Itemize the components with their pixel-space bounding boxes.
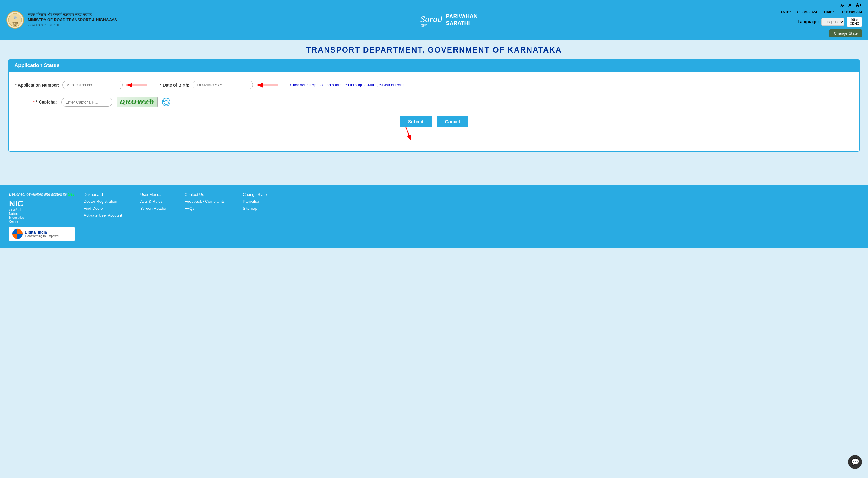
captcha-input[interactable] <box>61 98 113 107</box>
svg-text:Sarathi: Sarathi <box>421 14 443 24</box>
gov-line2: MINISTRY OF ROAD TRANSPORT & HIGHWAYS <box>28 17 117 23</box>
chat-widget[interactable]: 💬 <box>848 455 862 469</box>
dob-input-wrapper <box>193 81 278 89</box>
footer-link-feedback[interactable]: Feedback / Complaints <box>185 199 225 204</box>
footer-link-doctor-reg[interactable]: Doctor Registration <box>84 199 122 204</box>
language-row: Language: English हिंदी हिंदेकCDNC <box>798 17 862 27</box>
footer-logos: Designed, developed and hosted by G11 NI… <box>9 192 75 241</box>
footer-col-4: Change State Parivahan Sitemap <box>243 192 267 217</box>
fields-row: * Application Number: <box>15 81 853 89</box>
change-state-button[interactable]: Change State <box>829 29 862 37</box>
svg-line-14 <box>406 127 410 138</box>
time-label: TIME: <box>824 10 834 14</box>
footer: Designed, developed and hosted by G11 NI… <box>0 185 868 248</box>
submit-container: Submit <box>400 116 432 127</box>
page-title: TRANSPORT DEPARTMENT, GOVERNMENT OF KARN… <box>3 45 865 55</box>
card-title: Application Status <box>14 62 854 68</box>
gov-line1: सड़क परिवहन और राजमार्ग मंत्रालय भारत सर… <box>28 12 117 17</box>
date-label: DATE: <box>779 10 791 14</box>
language-select[interactable]: English हिंदी <box>821 18 844 26</box>
captcha-refresh-btn[interactable] <box>162 98 170 106</box>
footer-link-user-manual[interactable]: User Manual <box>140 192 166 197</box>
captcha-label: * * Captcha: <box>33 99 57 104</box>
nic-tag: G11 <box>68 192 75 197</box>
app-number-label: * Application Number: <box>15 83 59 88</box>
emitra-link[interactable]: Click here if Application submitted thro… <box>290 83 409 87</box>
font-size-controls: A- A A+ <box>840 2 862 8</box>
parivahan-label: PARIVAHAN SARATHI <box>446 13 477 27</box>
emitra-link-wrapper: Click here if Application submitted thro… <box>290 82 409 88</box>
application-status-card: Application Status * Application Number: <box>8 59 860 152</box>
footer-col-3: Contact Us Feedback / Complaints FAQs <box>185 192 225 217</box>
footer-link-parivahan[interactable]: Parivahan <box>243 199 267 204</box>
gov-line3: Government of India <box>28 23 117 28</box>
footer-link-acts-rules[interactable]: Acts & Rules <box>140 199 166 204</box>
header-left: 🏛️ सत्यमेव जयते सड़क परिवहन और राजमार्ग … <box>6 11 117 29</box>
footer-link-sitemap[interactable]: Sitemap <box>243 206 267 211</box>
footer-inner: Designed, developed and hosted by G11 NI… <box>9 192 859 241</box>
captcha-input-wrapper <box>61 98 113 107</box>
nic-text-logo: NIC एन आई सी National Informatics Centre <box>9 200 24 223</box>
footer-link-faqs[interactable]: FAQs <box>185 206 225 211</box>
dob-input[interactable] <box>193 81 253 89</box>
main-content: Application Status * Application Number: <box>0 59 868 161</box>
date-value: 09-05-2024 <box>797 10 817 14</box>
footer-col-2: User Manual Acts & Rules Screen Reader <box>140 192 166 217</box>
cdac-button[interactable]: हिंदेकCDNC <box>847 17 862 27</box>
digital-india-circle-icon <box>12 229 23 239</box>
captcha-row: * * Captcha: DROWZb <box>15 96 853 108</box>
datetime-display: DATE: 09-05-2024 TIME: 10:10:45 AM <box>779 10 862 14</box>
button-area: Submit Cancel <box>15 116 853 127</box>
cancel-button[interactable]: Cancel <box>437 116 468 127</box>
buttons-container: Submit Cancel <box>400 116 468 127</box>
svg-text:🏛️: 🏛️ <box>13 16 17 20</box>
footer-links: Dashboard Doctor Registration Find Docto… <box>84 192 859 217</box>
footer-link-dashboard[interactable]: Dashboard <box>84 192 122 197</box>
svg-text:जयते: जयते <box>13 24 18 26</box>
gov-text: सड़क परिवहन और राजमार्ग मंत्रालय भारत सर… <box>28 12 117 28</box>
header-center: Sarathi पारथ PARIVAHAN SARATHI <box>419 10 477 30</box>
footer-link-change-state[interactable]: Change State <box>243 192 267 197</box>
arrow-to-app-input <box>124 82 148 88</box>
header-right: A- A A+ DATE: 09-05-2024 TIME: 10:10:45 … <box>779 2 862 37</box>
captcha-image: DROWZb <box>117 96 158 108</box>
sarathi-logo: Sarathi पारथ <box>419 10 443 30</box>
emblem-icon: 🏛️ सत्यमेव जयते <box>6 11 24 29</box>
footer-link-screen-reader[interactable]: Screen Reader <box>140 206 166 211</box>
hosted-by-text: Designed, developed and hosted by G11 <box>9 192 75 197</box>
card-header: Application Status <box>9 59 859 71</box>
footer-link-find-doctor[interactable]: Find Doctor <box>84 206 122 211</box>
dob-label: * Date of Birth: <box>160 83 190 88</box>
app-number-input[interactable] <box>62 81 123 89</box>
svg-text:पारथ: पारथ <box>421 24 427 27</box>
digital-india-logo: Digital India Transforming to Empower <box>9 227 75 241</box>
time-value: 10:10:45 AM <box>840 10 862 14</box>
footer-link-contact-us[interactable]: Contact Us <box>185 192 225 197</box>
card-body: * Application Number: <box>9 71 859 151</box>
app-number-input-wrapper <box>62 81 148 89</box>
captcha-required: * <box>33 99 35 104</box>
nic-logo: NIC एन आई सी National Informatics Centre <box>9 200 75 223</box>
svg-text:सत्यमेव: सत्यमेव <box>12 22 18 24</box>
font-normal-btn[interactable]: A <box>848 3 851 7</box>
chat-icon: 💬 <box>851 458 859 466</box>
font-large-btn[interactable]: A+ <box>856 2 862 8</box>
arrow-to-submit <box>403 125 418 140</box>
arrow-to-dob-input <box>254 82 278 88</box>
app-number-field: * Application Number: <box>15 81 148 89</box>
header: 🏛️ सत्यमेव जयते सड़क परिवहन और राजमार्ग … <box>0 0 868 40</box>
footer-col-1: Dashboard Doctor Registration Find Docto… <box>84 192 122 217</box>
digital-india-text: Digital India Transforming to Empower <box>25 230 59 238</box>
page-title-bar: TRANSPORT DEPARTMENT, GOVERNMENT OF KARN… <box>0 40 868 59</box>
language-label: Language: <box>798 19 819 24</box>
font-small-btn[interactable]: A- <box>840 3 844 7</box>
footer-link-activate-user[interactable]: Activate User Account <box>84 213 122 217</box>
dob-field: * Date of Birth: <box>160 81 278 89</box>
